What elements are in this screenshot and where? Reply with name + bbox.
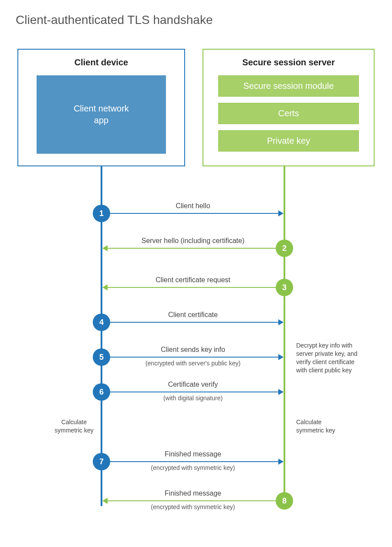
server-module-certs: Certs: [218, 103, 359, 124]
step-8-arrow: [103, 500, 276, 501]
step-8-label: Finished message: [110, 490, 276, 497]
step-2-arrow: [103, 248, 276, 249]
step-2-circle: 2: [276, 240, 293, 257]
step-7-circle: 7: [93, 453, 110, 470]
step-1-arrow: [110, 213, 283, 214]
step-6-arrow: [110, 392, 283, 392]
step-6-circle: 6: [93, 383, 110, 401]
step-4-arrow: [110, 322, 283, 323]
step-8-circle: 8: [276, 492, 293, 510]
step-7-sublabel: (encrypted with symmetric key): [110, 464, 276, 471]
step-4-label: Client certificate: [110, 311, 276, 319]
client-network-app-box: Client networkapp: [37, 75, 166, 154]
server-lifeline: [284, 166, 285, 506]
server-box-title: Secure session server: [214, 57, 363, 68]
step-4-circle: 4: [93, 314, 110, 331]
step-5-arrow: [110, 357, 283, 358]
client-device-title: Client device: [29, 57, 174, 68]
client-device-box: Client device Client networkapp: [17, 49, 185, 166]
server-calc-note: Calculatesymmetric key: [296, 418, 362, 435]
server-module-private-key: Private key: [218, 130, 359, 152]
server-decrypt-note: Decrypt key info withserver private key,…: [296, 341, 379, 375]
step-5-sublabel: (encrypted with server's public key): [110, 360, 276, 367]
server-module-session: Secure session module: [218, 75, 359, 97]
step-6-sublabel: (with digital signature): [110, 395, 276, 402]
step-3-circle: 3: [276, 279, 293, 296]
client-calc-note: Calculatesymmetric key: [48, 418, 100, 435]
step-5-circle: 5: [93, 348, 110, 366]
step-2-label: Server hello (including certificate): [110, 237, 276, 245]
step-6-label: Certificate verify: [110, 381, 276, 388]
step-3-label: Client certificate request: [110, 276, 276, 284]
step-3-arrow: [103, 287, 276, 288]
step-1-label: Client hello: [110, 202, 276, 210]
step-5-label: Client sends key info: [110, 346, 276, 354]
server-box: Secure session server Secure session mod…: [203, 49, 375, 166]
diagram-title: Client-authenticated TLS handshake: [16, 13, 213, 27]
step-7-label: Finished message: [110, 450, 276, 458]
step-7-arrow: [110, 461, 283, 462]
step-1-circle: 1: [93, 205, 110, 222]
step-8-sublabel: (encrypted with symmetric key): [110, 503, 276, 510]
client-network-app-label: Client networkapp: [74, 103, 129, 126]
